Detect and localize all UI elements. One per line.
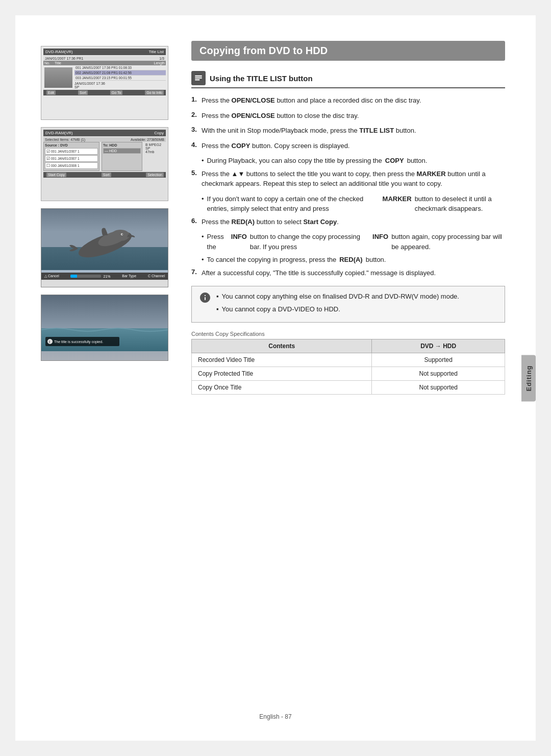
svg-rect-14 [195,78,202,79]
ss1-btn-edit: Edit [46,90,56,95]
svg-point-6 [122,234,123,235]
note-item-2: You cannot copy a DVD-VIDEO to HDD. [216,304,459,315]
ss3-footer: △ Cancel 21% Bar Type C Channel [41,273,168,280]
ss3-cancel: △ Cancel [44,274,59,278]
table-col-dvd-hdd: DVD → HDD [372,339,505,353]
svg-rect-15 [195,79,199,80]
ss2-source-label: Source : DVD [45,143,98,147]
side-tab: Editing [521,355,536,401]
page-title: Copying from DVD to HDD [191,41,505,61]
table-cell-copy-protected: Copy Protected Title [192,367,372,380]
step-5: 5. Press the ▲▼ buttons to select the ti… [191,169,505,189]
steps-list: 1. Press the OPEN/CLOSE button and place… [191,95,505,278]
note-content: You cannot copy anything else on finalis… [216,291,459,317]
table-row: Copy Protected Title Not supported [192,367,505,380]
ss1-col3: Length [154,61,165,65]
table-cell-copy-once: Copy Once Title [192,380,372,394]
step-6-num: 6. [191,217,198,227]
ss1-thumbnail [44,67,72,88]
step-2: 2. Press the OPEN/CLOSE button to close … [191,111,505,121]
table-caption: Contents Copy Specifications [191,331,505,337]
ss1-header-left: DVD-RAM(VR) [45,50,73,54]
ss4-svg: i The title is successfully copied. [41,295,168,351]
ss4-video-frame: i The title is successfully copied. [41,295,168,360]
svg-text:The title is successfully copi: The title is successfully copied. [54,340,103,344]
step-7: 7. After a successful copy, "The title i… [191,268,505,278]
screenshot-progress: △ Cancel 21% Bar Type C Channel [41,208,168,287]
ss1-footer: Edit Sort Go To Go to Info [43,90,166,95]
ss2-item-1: 001 JAN/01/2007 1 [45,148,98,155]
ss2-item-3: 000 JAN/01/2006 1 [45,162,98,169]
ss1-btn-gotoinfo: Go to Info [145,90,164,95]
step-6-content: Press the RED(A) button to select Start … [202,217,339,227]
ss1-page-info: 1/3 [159,57,164,60]
table-header-row: Contents DVD → HDD [192,339,505,353]
table-cell-copy-protected-support: Not supported [372,367,505,380]
ss3-bar-type: Bar Type [122,274,136,278]
screenshots-column: DVD-RAM(VR) Title List JAN/01/2007 17:36… [41,46,179,368]
ss3-progress-bar: 21% [70,274,110,278]
step-2-num: 2. [191,111,198,121]
ss1-row-1: 001 JAN/01/2007 17:36 PR1 01:08:33 [74,65,166,70]
note-icon [199,291,211,317]
svg-point-10 [47,339,53,344]
svg-rect-13 [195,76,202,77]
page-footer: English - 87 [15,713,536,720]
svg-text:i: i [49,340,50,344]
note-svg-icon [199,291,211,304]
ss1-col2: Title [55,61,154,65]
svg-point-4 [111,230,130,241]
step-5-num: 5. [191,169,198,189]
step-1-content: Press the OPEN/CLOSE button and place a … [202,95,421,106]
svg-rect-7 [41,295,168,328]
ss2-body: Source : DVD 001 JAN/01/2007 1 001 JAN/0… [43,142,166,171]
step-1: 1. Press the OPEN/CLOSE button and place… [191,95,505,106]
ss1-info1: JAN/01/2007 17:36 [74,82,166,85]
ss1-info2: SP [74,85,166,89]
ss1-col1: No. [44,61,55,65]
ss1-btn-goto: Go To [110,90,123,95]
ss3-bar-fill [70,275,77,278]
ss2-side-info: B MPEG2 SP 47mb [144,142,162,171]
step-6-bullet-2: To cancel the copying in progress, press… [202,255,505,265]
screenshot-success: i The title is successfully copied. [41,295,168,361]
ss1-sub-header: JAN/01/2007 17:36 PR1 [45,57,84,60]
screenshot-title-list: DVD-RAM(VR) Title List JAN/01/2007 17:36… [41,46,168,120]
screenshot-copy-screen: DVD-RAM(VR) Copy Selected Items: 47MB (1… [41,127,168,201]
specs-table: Contents DVD → HDD Recorded Video Title … [191,339,505,395]
dolphin-svg [41,209,168,270]
ss2-footer: Start Copy Sort Selection [43,172,166,178]
step-5-bullet-1: If you don't want to copy a certain one … [202,194,505,214]
ss2-side-size: 47mb [145,150,161,154]
table-section: Contents Copy Specifications Contents DV… [191,331,505,395]
ss2-dest-label: To: HDD [103,143,141,147]
table-cell-recorded-title: Recorded Video Title [192,353,372,367]
ss1-row-2: 002 JAN/01/2007 21:08 PR1 01:42:56 [74,70,166,76]
ss2-side-mpeg: B MPEG2 [145,143,161,147]
page-background: Editing DVD-RAM(VR) Title List JAN/01/20… [15,15,536,741]
note-item-1: You cannot copy anything else on finalis… [216,291,459,302]
table-cell-recorded-support: Supported [372,353,505,367]
ss1-header-right: Title List [149,50,164,54]
ss2-available: Available: 273850MB [131,138,164,141]
ss1-row-3: 003 JAN/01/2007 23:15 PR1 00:01:55 [74,76,166,81]
step-3: 3. With the unit in Stop mode/Playback m… [191,126,505,136]
step-6-bullet-1: Press the INFO button to change the copy… [202,232,505,252]
ss2-header-left: DVD-RAM(VR) [45,131,73,135]
content-column: Copying from DVD to HDD Using the TITLE … [191,41,505,395]
ss2-side-sp: SP [145,147,161,150]
step-2-content: Press the OPEN/CLOSE button to close the… [202,111,359,121]
step-1-num: 1. [191,95,198,106]
ss1-info: JAN/01/2007 17:36 SP [74,81,166,89]
ss1-header: DVD-RAM(VR) Title List [43,48,166,55]
ss2-header: DVD-RAM(VR) Copy [43,130,166,136]
ss2-source-panel: Source : DVD 001 JAN/01/2007 1 001 JAN/0… [43,142,99,171]
table-cell-copy-once-support: Not supported [372,380,505,394]
step-4-content: Press the COPY button. Copy screen is di… [202,141,349,151]
step-3-num: 3. [191,126,198,136]
ss2-btn-sort: Sort [102,173,111,177]
ss3-bar-bg [70,275,101,278]
table-row: Recorded Video Title Supported [192,353,505,367]
step-7-num: 7. [191,268,198,278]
section-icon [191,71,206,85]
